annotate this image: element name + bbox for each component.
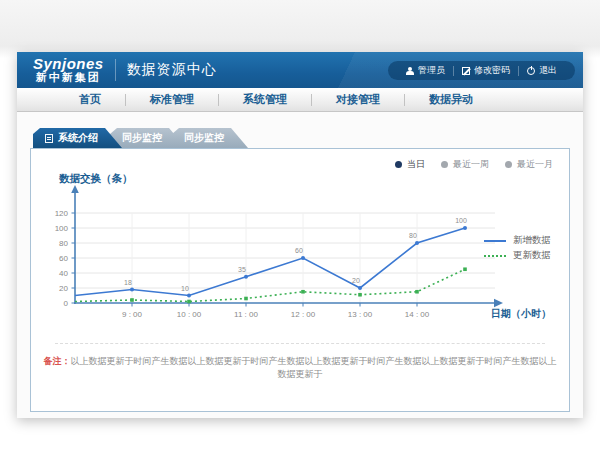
app-window: Synjones 新中新集团 数据资源中心 管理员 修改密码 退出 首页 标准	[17, 52, 583, 418]
footnote-label: 备注：	[44, 356, 71, 366]
main-nav: 首页 标准管理 系统管理 对接管理 数据异动	[17, 88, 583, 112]
svg-text:120: 120	[55, 209, 69, 218]
svg-text:60: 60	[59, 254, 68, 263]
document-icon	[45, 134, 53, 143]
page-title: 数据资源中心	[127, 61, 217, 79]
nav-item-system-mgmt[interactable]: 系统管理	[219, 92, 311, 107]
svg-text:18: 18	[124, 279, 132, 286]
radio-label: 当日	[407, 158, 425, 171]
logout-button[interactable]: 退出	[519, 64, 565, 77]
radio-dot	[441, 161, 448, 168]
radio-dot	[505, 161, 512, 168]
nav-item-home[interactable]: 首页	[55, 92, 125, 107]
radio-last-month[interactable]: 最近一月	[505, 158, 553, 171]
svg-text:12 : 00: 12 : 00	[291, 310, 316, 319]
svg-text:80: 80	[59, 239, 68, 248]
tab-panel: 当日 最近一周 最近一月 数据交换（条） 0204060801001209 : …	[30, 148, 570, 412]
svg-text:9 : 00: 9 : 00	[122, 310, 143, 319]
svg-text:40: 40	[59, 269, 68, 278]
tab-sync-monitor-1[interactable]: 同步监控	[110, 128, 186, 148]
radio-last-week[interactable]: 最近一周	[441, 158, 489, 171]
svg-text:20: 20	[59, 284, 68, 293]
user-account-button[interactable]: 管理员	[398, 64, 453, 77]
app-header: Synjones 新中新集团 数据资源中心 管理员 修改密码 退出	[17, 52, 583, 88]
svg-text:11 : 00: 11 : 00	[234, 310, 258, 319]
nav-item-standard-mgmt[interactable]: 标准管理	[126, 92, 218, 107]
user-menu: 管理员 修改密码 退出	[388, 61, 575, 80]
svg-text:10: 10	[181, 285, 189, 292]
x-axis-title: 日期（小时）	[491, 307, 551, 321]
footnote-text: 以上数据更新于时间产生数据以上数据更新于时间产生数据以上数据更新于时间产生数据以…	[71, 356, 557, 379]
legend-item-updated-data: 更新数据	[484, 248, 551, 263]
radio-label: 最近一周	[453, 158, 489, 171]
radio-label: 最近一月	[517, 158, 553, 171]
tab-system-intro[interactable]: 系统介绍	[33, 128, 122, 148]
svg-text:10 : 00: 10 : 00	[177, 310, 202, 319]
svg-text:35: 35	[238, 266, 246, 273]
svg-text:13 : 00: 13 : 00	[348, 310, 373, 319]
header-divider	[115, 59, 116, 81]
svg-text:60: 60	[295, 247, 303, 254]
logout-label: 退出	[539, 64, 557, 77]
radio-dot	[395, 161, 402, 168]
logo-text-cn: 新中新集团	[33, 72, 104, 84]
svg-text:0: 0	[64, 299, 69, 308]
tab-label: 同步监控	[122, 128, 162, 148]
tab-label: 系统介绍	[58, 128, 98, 148]
svg-text:80: 80	[409, 232, 417, 239]
svg-text:14 : 00: 14 : 00	[405, 310, 430, 319]
dashed-divider	[55, 343, 545, 344]
radio-today[interactable]: 当日	[395, 158, 425, 171]
company-logo: Synjones 新中新集团	[33, 56, 104, 83]
legend-label: 更新数据	[513, 249, 551, 262]
footnote: 备注：以上数据更新于时间产生数据以上数据更新于时间产生数据以上数据更新于时间产生…	[41, 355, 559, 381]
y-axis-title: 数据交换（条）	[59, 172, 133, 186]
svg-text:100: 100	[455, 217, 467, 224]
nav-item-data-change[interactable]: 数据异动	[405, 92, 497, 107]
edit-icon	[462, 67, 470, 75]
power-icon	[527, 67, 535, 75]
logo-text-en: Synjones	[33, 56, 104, 72]
legend-label: 新增数据	[513, 234, 551, 247]
tab-bar: 系统介绍 同步监控 同步监控	[33, 128, 583, 148]
legend-item-new-data: 新增数据	[484, 233, 551, 248]
chart-legend: 新增数据 更新数据	[484, 233, 551, 263]
change-password-label: 修改密码	[474, 64, 510, 77]
dotted-line-icon	[484, 255, 506, 257]
tab-label: 同步监控	[184, 128, 224, 148]
user-name: 管理员	[418, 64, 445, 77]
change-password-button[interactable]: 修改密码	[454, 64, 518, 77]
svg-text:20: 20	[352, 277, 360, 284]
time-range-filter: 当日 最近一周 最近一月	[395, 158, 553, 171]
line-chart: 0204060801001209 : 0010 : 0011 : 0012 : …	[45, 185, 515, 335]
content-area: 系统介绍 同步监控 同步监控 当日 最近一周	[17, 128, 583, 412]
svg-text:100: 100	[55, 224, 69, 233]
solid-line-icon	[484, 240, 506, 242]
person-icon	[406, 67, 414, 75]
nav-item-interface-mgmt[interactable]: 对接管理	[312, 92, 404, 107]
